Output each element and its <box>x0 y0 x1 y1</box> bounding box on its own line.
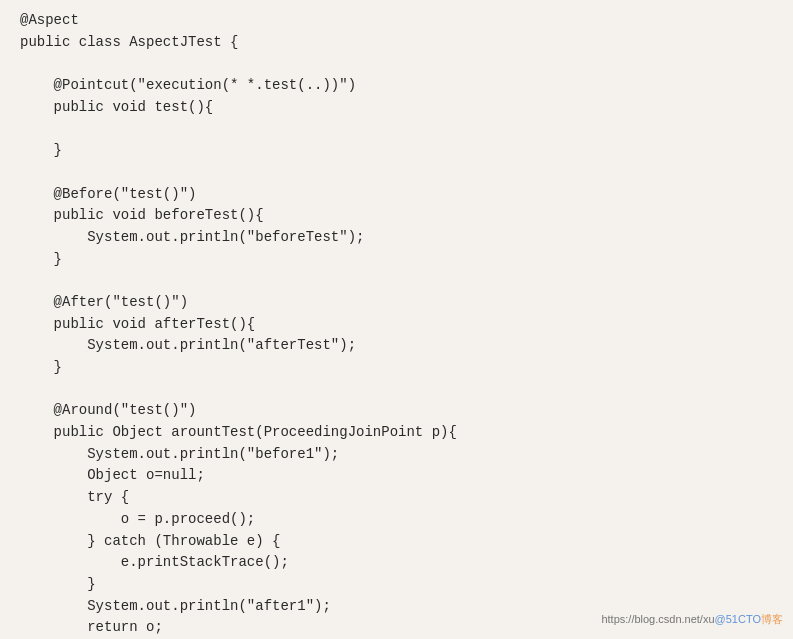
watermark-brand: @51CTO <box>715 613 761 625</box>
watermark: https://blog.csdn.net/xu@51CTO博客 <box>601 612 783 627</box>
code-block: @Aspect public class AspectJTest { @Poin… <box>20 10 773 639</box>
watermark-url: https://blog.csdn.net/xu <box>601 613 714 625</box>
watermark-site: 博客 <box>761 613 783 625</box>
code-container: @Aspect public class AspectJTest { @Poin… <box>0 0 793 639</box>
